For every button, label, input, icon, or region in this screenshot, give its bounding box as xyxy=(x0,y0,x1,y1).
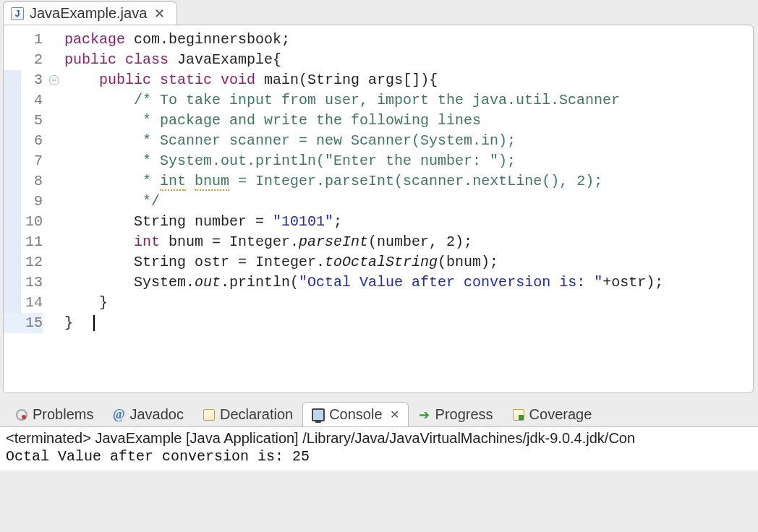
view-tab-console[interactable]: Console✕ xyxy=(302,402,408,426)
line-number: 4 xyxy=(21,90,43,111)
bottom-panel: Problems@JavadocDeclarationConsole✕➔Prog… xyxy=(0,402,758,471)
view-tab-progress[interactable]: ➔Progress xyxy=(409,402,503,426)
marker-column xyxy=(4,30,21,392)
code-line[interactable]: public static void main(String args[]){ xyxy=(64,70,753,90)
coverage-icon xyxy=(512,408,525,421)
close-icon[interactable]: ✕ xyxy=(153,6,166,22)
code-line[interactable]: } xyxy=(64,313,753,333)
line-number: 3 xyxy=(21,70,43,90)
editor-tab[interactable]: J JavaExample.java ✕ xyxy=(3,1,177,25)
console-body: <terminated> JavaExample [Java Applicati… xyxy=(0,426,758,471)
line-number: 10 xyxy=(21,212,43,232)
line-number: 5 xyxy=(21,111,43,131)
view-tabs: Problems@JavadocDeclarationConsole✕➔Prog… xyxy=(0,402,758,426)
editor-body: 123456789101112131415 package com.beginn… xyxy=(3,25,754,393)
line-number: 12 xyxy=(21,252,43,273)
fold-column xyxy=(47,30,61,392)
java-file-icon: J xyxy=(11,7,24,20)
code-line[interactable]: /* To take input from user, import the j… xyxy=(64,90,753,111)
javadoc-icon: @ xyxy=(112,408,125,421)
view-tab-problems[interactable]: Problems xyxy=(6,402,103,426)
problems-icon xyxy=(15,408,28,421)
view-tab-label: Declaration xyxy=(220,406,293,423)
line-number: 11 xyxy=(21,232,43,252)
line-number: 9 xyxy=(21,192,43,212)
code-line[interactable]: String number = "10101"; xyxy=(64,212,753,232)
code-line[interactable]: * int bnum = Integer.parseInt(scanner.ne… xyxy=(64,171,753,192)
console-icon xyxy=(312,408,325,421)
view-tab-label: Javadoc xyxy=(129,406,184,423)
code-area[interactable]: package com.beginnersbook;public class J… xyxy=(61,25,753,392)
view-tab-label: Coverage xyxy=(529,406,592,423)
code-line[interactable]: String ostr = Integer.toOctalString(bnum… xyxy=(64,252,753,273)
fold-toggle-icon[interactable] xyxy=(49,75,59,85)
line-number-column: 123456789101112131415 xyxy=(21,30,47,392)
console-status: <terminated> JavaExample [Java Applicati… xyxy=(6,430,752,447)
line-number: 7 xyxy=(21,151,43,171)
gutter: 123456789101112131415 xyxy=(4,25,61,392)
progress-icon: ➔ xyxy=(418,408,431,421)
line-number: 1 xyxy=(21,30,43,50)
code-line[interactable]: * package and write the following lines xyxy=(64,111,753,131)
console-output: Octal Value after conversion is: 25 xyxy=(6,448,752,465)
code-line[interactable]: */ xyxy=(64,192,753,212)
code-line[interactable]: * Scanner scanner = new Scanner(System.i… xyxy=(64,131,753,151)
close-icon[interactable]: ✕ xyxy=(390,408,399,421)
editor-area: J JavaExample.java ✕ 1234567891011121314… xyxy=(0,0,758,393)
view-tab-declaration[interactable]: Declaration xyxy=(193,402,302,426)
code-line[interactable]: System.out.println("Octal Value after co… xyxy=(64,273,753,293)
view-tab-coverage[interactable]: Coverage xyxy=(503,402,602,426)
declaration-icon xyxy=(203,408,216,421)
line-number: 14 xyxy=(21,293,43,313)
code-line[interactable]: package com.beginnersbook; xyxy=(64,30,753,50)
view-tab-label: Console xyxy=(329,406,382,423)
code-line[interactable]: int bnum = Integer.parseInt(number, 2); xyxy=(64,232,753,252)
line-number: 2 xyxy=(21,50,43,70)
code-line[interactable]: * System.out.println("Enter the number: … xyxy=(64,151,753,171)
line-number: 6 xyxy=(21,131,43,151)
line-number: 13 xyxy=(21,273,43,293)
view-tab-label: Progress xyxy=(435,406,493,423)
line-number: 15 xyxy=(21,313,43,333)
line-number: 8 xyxy=(21,171,43,192)
code-line[interactable]: public class JavaExample{ xyxy=(64,50,753,70)
view-tab-label: Problems xyxy=(33,406,93,423)
editor-tab-filename: JavaExample.java xyxy=(30,5,147,22)
code-line[interactable]: } xyxy=(64,293,753,313)
view-tab-javadoc[interactable]: @Javadoc xyxy=(103,402,193,426)
